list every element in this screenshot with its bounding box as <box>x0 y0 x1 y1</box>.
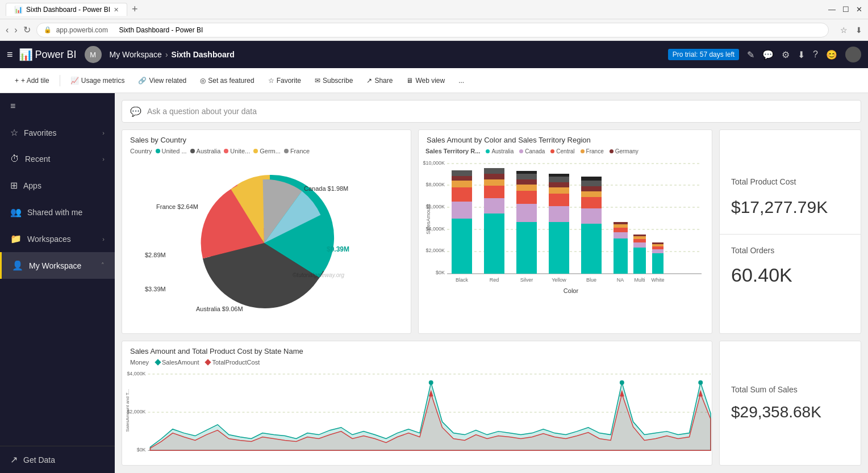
subscribe-button[interactable]: ✉ Subscribe <box>309 74 358 87</box>
close-button[interactable]: ✕ <box>856 5 862 14</box>
svg-rect-42 <box>516 204 537 222</box>
app-container: ≡ 📊 Power BI M My Workspace › Sixth Dash… <box>0 41 868 473</box>
sidebar-item-favorites[interactable]: ☆ Favorites › <box>0 119 115 146</box>
svg-rect-91 <box>652 242 663 244</box>
usage-metrics-button[interactable]: 📈 Usage metrics <box>65 74 131 87</box>
add-tile-button[interactable]: + + Add tile <box>9 74 55 87</box>
svg-rect-55 <box>549 206 569 222</box>
svg-rect-29 <box>484 214 504 274</box>
sidebar-hamburger[interactable]: ≡ <box>0 93 115 119</box>
back-button[interactable]: ‹ <box>6 25 9 35</box>
browser-tab[interactable]: 📊 Sixth Dashboard - Power BI ✕ <box>6 3 127 16</box>
set-featured-label: Set as featured <box>208 77 254 85</box>
sidebar-item-label: Favorites <box>24 128 97 137</box>
favorites-icon: ☆ <box>10 127 18 138</box>
svg-rect-77 <box>614 228 628 232</box>
svg-rect-83 <box>633 239 646 242</box>
svg-rect-20 <box>452 181 472 187</box>
download-header-icon[interactable]: ⬇ <box>798 49 805 60</box>
sidebar-footer: ↗ Get Data <box>0 446 115 473</box>
settings-icon[interactable]: ⚙ <box>782 49 790 60</box>
sidebar-item-label: Apps <box>23 181 105 190</box>
question-bar[interactable]: 💬 Ask a question about your data <box>122 100 861 123</box>
refresh-button[interactable]: ↻ <box>23 24 31 35</box>
tab-title: Sixth Dashboard - Power BI <box>26 6 110 14</box>
forward-button[interactable]: › <box>14 25 17 35</box>
kpi1-value: $17,277.79K <box>720 186 861 217</box>
svg-text:Black: Black <box>456 277 469 283</box>
sidebar-item-workspaces[interactable]: 📁 Workspaces › <box>0 225 115 252</box>
set-featured-icon: ◎ <box>200 77 206 85</box>
svg-rect-72 <box>581 181 602 186</box>
svg-text:Silver: Silver <box>520 277 533 283</box>
favorite-icon: ☆ <box>268 77 274 85</box>
profile-avatar[interactable] <box>845 47 861 62</box>
view-related-icon: 🔗 <box>138 77 147 85</box>
pie-legend-item-5: France <box>284 148 310 154</box>
svg-text:Blue: Blue <box>586 277 596 283</box>
pie-label-canada: Canada $1.98M <box>304 185 348 192</box>
usage-metrics-icon: 📈 <box>70 77 79 85</box>
svg-rect-17 <box>452 219 472 274</box>
tile-kpi-product-cost[interactable]: Total Product Cost $17,277.79K Total Ord… <box>719 129 861 334</box>
share-button[interactable]: ↗ Share <box>361 74 398 87</box>
more-button[interactable]: ... <box>453 74 470 87</box>
tab-close-button[interactable]: ✕ <box>114 6 119 14</box>
tile-kpi-sum-sales[interactable]: Total Sum of Sales $29,358.68K <box>719 341 861 466</box>
svg-rect-79 <box>614 222 628 224</box>
maximize-button[interactable]: ☐ <box>842 5 849 14</box>
address-protocol: app.powerbi.com <box>56 26 108 34</box>
svg-text:Multi: Multi <box>634 277 645 283</box>
powerbi-logo-icon: 📊 <box>19 48 33 61</box>
tile-bar-chart[interactable]: Sales Amount by Color and Sales Territor… <box>418 129 712 334</box>
download-icon[interactable]: ⬇ <box>856 26 862 35</box>
hamburger-icon[interactable]: ≡ <box>7 49 13 61</box>
svg-rect-18 <box>452 202 472 219</box>
pie-slices-proper <box>201 179 330 308</box>
kpi2-value: 60.40K <box>720 255 861 286</box>
svg-point-102 <box>429 380 433 385</box>
svg-rect-71 <box>581 186 602 191</box>
svg-rect-89 <box>652 246 663 249</box>
svg-rect-68 <box>581 208 602 224</box>
kpi1-label: Total Product Cost <box>720 177 861 186</box>
set-as-featured-button[interactable]: ◎ Set as featured <box>194 74 260 87</box>
sidebar-item-apps[interactable]: ⊞ Apps <box>0 172 115 199</box>
address-bar[interactable]: 🔒 app.powerbi.com Sixth Dashboard - Powe… <box>36 23 829 37</box>
web-view-button[interactable]: 🖥 Web view <box>400 74 450 87</box>
view-related-label: View related <box>149 77 186 85</box>
sidebar-item-recent[interactable]: ⏱ Recent › <box>0 146 115 172</box>
favorite-button[interactable]: ☆ Favorite <box>262 74 307 87</box>
sidebar-item-shared[interactable]: 👥 Shared with me <box>0 199 115 225</box>
minimize-button[interactable]: — <box>828 5 836 14</box>
tile-pie-chart[interactable]: Sales by Country Country United ... Aust… <box>122 129 411 334</box>
edit-icon[interactable]: ✎ <box>747 49 754 60</box>
new-tab-button[interactable]: + <box>132 3 138 15</box>
bookmark-star-icon[interactable]: ☆ <box>840 26 848 35</box>
sidebar-item-myworkspace[interactable]: 👤 My Workspace ˄ <box>0 252 115 279</box>
bar-legend: Sales Territory R... Australia Canada Ce… <box>419 148 712 157</box>
svg-rect-60 <box>549 174 569 177</box>
help-icon[interactable]: ? <box>813 49 818 60</box>
svg-text:$0K: $0K <box>137 447 146 453</box>
view-related-button[interactable]: 🔗 View related <box>132 74 192 87</box>
user-avatar[interactable]: M <box>85 46 102 63</box>
get-data-label: Get Data <box>23 455 105 464</box>
web-view-icon: 🖥 <box>406 77 413 85</box>
sidebar-item-label: Workspaces <box>27 235 97 244</box>
breadcrumb-workspace[interactable]: My Workspace <box>110 50 162 59</box>
tile-area-chart[interactable]: Sales Amount and Total Product Cost by S… <box>122 341 712 466</box>
area-chart-title: Sales Amount and Total Product Cost by S… <box>122 341 712 359</box>
svg-rect-21 <box>452 176 472 181</box>
svg-rect-73 <box>581 177 602 181</box>
smiley-icon[interactable]: 😊 <box>826 49 837 60</box>
sidebar-hamburger-icon: ≡ <box>10 101 15 111</box>
usage-metrics-label: Usage metrics <box>81 77 125 85</box>
svg-point-103 <box>620 380 624 385</box>
app-header: ≡ 📊 Power BI M My Workspace › Sixth Dash… <box>0 41 868 68</box>
bar-red: Red <box>484 168 504 283</box>
chat-icon[interactable]: 💬 <box>762 49 774 60</box>
svg-text:$2,000K: $2,000K <box>425 248 445 253</box>
share-label: Share <box>374 77 393 85</box>
get-data-button[interactable]: ↗ Get Data <box>0 446 115 473</box>
